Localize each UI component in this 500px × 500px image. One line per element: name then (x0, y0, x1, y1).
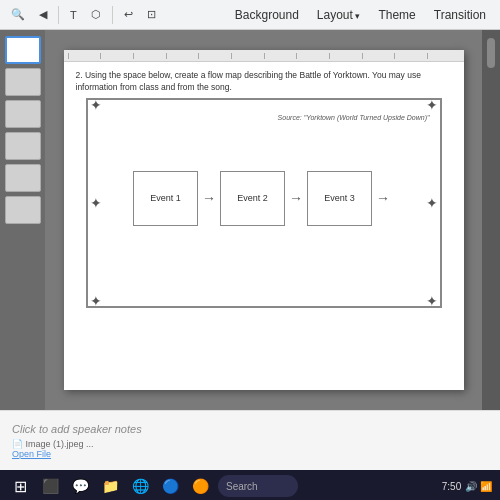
event-2-label: Event 2 (237, 193, 268, 203)
ruler-mark (133, 53, 166, 59)
star-top-right: ✦ (426, 98, 438, 112)
task-icon-3[interactable]: 📁 (98, 474, 122, 498)
image-icon: ⊡ (147, 8, 156, 21)
rotate-button[interactable]: ↩ (119, 6, 138, 23)
toolbar: 🔍 ◀ T ⬡ ↩ ⊡ Background Layout Theme Tran… (0, 0, 500, 30)
toolbar-divider-2 (112, 6, 113, 24)
question-text: 2. Using the space below, create a flow … (76, 70, 452, 94)
slide-thumb-5[interactable] (5, 164, 41, 192)
image-icon-small: 📄 (12, 439, 23, 449)
event-box-3[interactable]: Event 3 (307, 171, 372, 226)
star-bottom-right: ✦ (426, 294, 438, 308)
scroll-indicator[interactable] (487, 38, 495, 68)
image-button[interactable]: ⊡ (142, 6, 161, 23)
ruler-mark (264, 53, 297, 59)
taskbar-search-text: Search (226, 481, 258, 492)
slide-thumb-3[interactable] (5, 100, 41, 128)
task-icon-4[interactable]: 🌐 (128, 474, 152, 498)
notes-area: Click to add speaker notes 📄 Image (1).j… (0, 410, 500, 470)
slide-canvas: 2. Using the space below, create a flow … (64, 50, 464, 390)
task-icon-2[interactable]: 💬 (68, 474, 92, 498)
ruler-mark (198, 53, 231, 59)
ruler-mark (166, 53, 199, 59)
undo-button[interactable]: ◀ (34, 6, 52, 23)
arrow-3: → (372, 190, 394, 206)
ruler-mark (394, 53, 427, 59)
slide-canvas-area: 2. Using the space below, create a flow … (45, 30, 482, 410)
slide-content: 2. Using the space below, create a flow … (64, 62, 464, 390)
star-mid-left: ✦ (90, 195, 102, 211)
slide-thumb-4[interactable] (5, 132, 41, 160)
ruler-mark (329, 53, 362, 59)
background-menu[interactable]: Background (227, 5, 307, 25)
open-file-link[interactable]: Open File (12, 449, 488, 459)
event-box-2[interactable]: Event 2 (220, 171, 285, 226)
ruler-top (64, 50, 464, 62)
taskbar-right: 7:50 🔊 📶 (442, 481, 492, 492)
rotate-icon: ↩ (124, 8, 133, 21)
taskbar-icons-sys: 🔊 📶 (465, 481, 492, 492)
ruler-mark (427, 53, 460, 59)
theme-menu[interactable]: Theme (370, 5, 423, 25)
star-mid-right: ✦ (426, 195, 438, 211)
toolbar-divider (58, 6, 59, 24)
main-area: 2. Using the space below, create a flow … (0, 30, 500, 410)
shape-icon: ⬡ (91, 8, 101, 21)
image-info: 📄 Image (1).jpeg ... (12, 439, 488, 449)
ruler-mark (362, 53, 395, 59)
transition-menu[interactable]: Transition (426, 5, 494, 25)
format-button[interactable]: T (65, 7, 82, 23)
toolbar-left: 🔍 ◀ T ⬡ ↩ ⊡ (6, 6, 223, 24)
event-3-label: Event 3 (324, 193, 355, 203)
arrow-1: → (198, 190, 220, 206)
task-icon-1[interactable]: ⬛ (38, 474, 62, 498)
task-icon-5[interactable]: 🔵 (158, 474, 182, 498)
slides-panel (0, 30, 45, 410)
undo-icon: ◀ (39, 8, 47, 21)
ruler-mark (296, 53, 329, 59)
windows-icon[interactable]: ⊞ (8, 474, 32, 498)
right-panel (482, 30, 500, 410)
image-filename: Image (1).jpeg (26, 439, 84, 449)
star-bottom-left: ✦ (90, 294, 102, 308)
arrow-2: → (285, 190, 307, 206)
ruler-mark (68, 53, 101, 59)
events-row: Event 1 → Event 2 → Event 3 → (98, 171, 430, 226)
ruler-mark (231, 53, 264, 59)
image-dots: ... (86, 439, 94, 449)
layout-menu[interactable]: Layout (309, 5, 369, 25)
event-box-1[interactable]: Event 1 (133, 171, 198, 226)
slide-thumb-1[interactable] (5, 36, 41, 64)
event-1-label: Event 1 (150, 193, 181, 203)
taskbar-time: 7:50 (442, 481, 461, 492)
shape-button[interactable]: ⬡ (86, 6, 106, 23)
taskbar-search[interactable]: Search (218, 475, 298, 497)
flow-diagram: ✦ ✦ ✦ ✦ ✦ ✦ Source: "Yorktown (World Tur… (86, 98, 442, 308)
notes-placeholder[interactable]: Click to add speaker notes (12, 423, 488, 435)
star-top-left: ✦ (90, 98, 102, 112)
search-icon: 🔍 (11, 8, 25, 21)
task-icon-6[interactable]: 🟠 (188, 474, 212, 498)
ruler-marks (64, 53, 464, 59)
slide-thumb-6[interactable] (5, 196, 41, 224)
toolbar-right: Background Layout Theme Transition (227, 5, 494, 25)
ruler-mark (100, 53, 133, 59)
slide-thumb-2[interactable] (5, 68, 41, 96)
format-icon: T (70, 9, 77, 21)
search-button[interactable]: 🔍 (6, 6, 30, 23)
source-text: Source: "Yorktown (World Turned Upside D… (98, 114, 430, 121)
taskbar: ⊞ ⬛ 💬 📁 🌐 🔵 🟠 Search 7:50 🔊 📶 (0, 470, 500, 500)
